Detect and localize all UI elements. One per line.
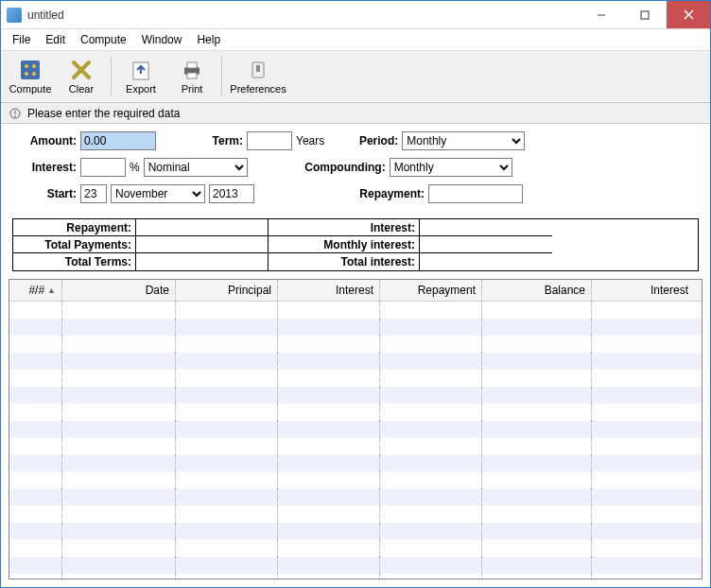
summary-total-terms-value [136, 253, 269, 270]
table-row [9, 523, 702, 540]
print-button[interactable]: Print [166, 53, 217, 100]
period-select[interactable]: Monthly [402, 131, 525, 150]
maximize-button[interactable] [623, 1, 667, 28]
table-row [9, 353, 702, 370]
table-row [9, 574, 702, 579]
table-row [9, 404, 702, 421]
toolbar: Compute Clear Export Print Prefere [1, 50, 710, 103]
amount-label: Amount: [12, 134, 80, 147]
grid-body[interactable] [9, 302, 702, 579]
menu-window[interactable]: Window [134, 31, 190, 48]
term-input[interactable] [247, 131, 292, 150]
summary-repayment-value [136, 219, 269, 236]
term-unit: Years [296, 134, 324, 147]
table-row [9, 421, 702, 438]
svg-rect-4 [21, 61, 40, 79]
summary-total-terms-label: Total Terms: [13, 253, 136, 270]
status-bar: Please enter the required data [1, 103, 710, 124]
export-icon [130, 59, 152, 81]
summary-interest-label: Interest: [269, 219, 420, 236]
menu-file[interactable]: File [5, 31, 38, 48]
titlebar: untitled [1, 1, 710, 29]
toolbar-separator [221, 57, 222, 96]
col-interest[interactable]: Interest [278, 280, 380, 301]
summary-total-payments-value [136, 236, 269, 253]
summary-total-interest-label: Total interest: [269, 253, 420, 270]
close-button[interactable] [667, 1, 710, 28]
clear-label: Clear [69, 83, 94, 95]
svg-rect-14 [187, 73, 197, 78]
table-row [9, 540, 702, 557]
table-row [9, 472, 702, 489]
menu-help[interactable]: Help [189, 31, 228, 48]
clear-button[interactable]: Clear [56, 53, 107, 100]
svg-rect-16 [256, 65, 260, 72]
amortization-grid: #/#▲ Date Principal Interest Repayment B… [9, 279, 702, 579]
col-index[interactable]: #/#▲ [9, 280, 62, 301]
summary-monthly-interest-value [420, 236, 552, 253]
col-date[interactable]: Date [62, 280, 176, 301]
compute-label: Compute [9, 83, 52, 95]
start-label: Start: [12, 187, 80, 200]
summary-table: Repayment: Interest: Total Payments: Mon… [12, 218, 699, 271]
compounding-select[interactable]: Monthly [390, 158, 512, 177]
svg-point-19 [14, 115, 16, 117]
amount-input[interactable] [80, 131, 156, 150]
app-window: untitled File Edit Compute Window Help C… [0, 0, 711, 588]
status-message: Please enter the required data [27, 107, 180, 120]
preferences-button[interactable]: Preferences [226, 53, 290, 100]
summary-repayment-label: Repayment: [13, 219, 136, 236]
compute-button[interactable]: Compute [5, 53, 56, 100]
svg-point-7 [25, 72, 28, 76]
table-row [9, 370, 702, 387]
summary-total-interest-value [420, 253, 552, 270]
menubar: File Edit Compute Window Help [1, 29, 710, 50]
table-row [9, 387, 702, 404]
menu-compute[interactable]: Compute [73, 31, 134, 48]
menu-edit[interactable]: Edit [38, 31, 73, 48]
print-label: Print [182, 83, 203, 95]
start-year-input[interactable] [209, 184, 254, 203]
summary-total-payments-label: Total Payments: [13, 236, 136, 253]
minimize-button[interactable] [580, 1, 623, 28]
preferences-icon [247, 59, 269, 81]
table-row [9, 455, 702, 472]
svg-rect-13 [187, 62, 197, 68]
svg-point-6 [32, 64, 36, 68]
summary-monthly-interest-label: Monthly interest: [269, 236, 420, 253]
table-row [9, 506, 702, 523]
sort-asc-icon: ▲ [47, 285, 56, 295]
print-icon [181, 59, 203, 81]
col-balance[interactable]: Balance [482, 280, 592, 301]
interest-input[interactable] [80, 158, 126, 177]
col-principal[interactable]: Principal [176, 280, 278, 301]
close-icon [684, 9, 694, 20]
compounding-label: Compounding: [295, 161, 390, 174]
clear-icon [70, 59, 93, 81]
repayment-input[interactable] [428, 184, 523, 203]
table-row [9, 489, 702, 506]
table-row [9, 336, 702, 353]
toolbar-separator [111, 57, 112, 96]
preferences-label: Preferences [230, 83, 286, 95]
window-controls [580, 1, 710, 28]
start-month-select[interactable]: November [111, 184, 205, 203]
col-repayment[interactable]: Repayment [380, 280, 482, 301]
start-day-input[interactable] [80, 184, 107, 203]
export-button[interactable]: Export [115, 53, 166, 100]
svg-rect-1 [641, 11, 649, 19]
col-interest2[interactable]: Interest [592, 280, 694, 301]
table-row [9, 557, 702, 574]
app-icon [7, 8, 22, 23]
term-label: Term: [201, 134, 247, 147]
export-label: Export [126, 83, 156, 95]
interest-unit: % [130, 161, 140, 174]
minimize-icon [597, 10, 606, 20]
table-row [9, 302, 702, 319]
period-label: Period: [353, 134, 402, 147]
warning-icon [9, 107, 22, 120]
compute-icon [19, 59, 42, 81]
table-row [9, 438, 702, 455]
window-title: untitled [27, 9, 580, 22]
interest-type-select[interactable]: Nominal [144, 158, 248, 177]
